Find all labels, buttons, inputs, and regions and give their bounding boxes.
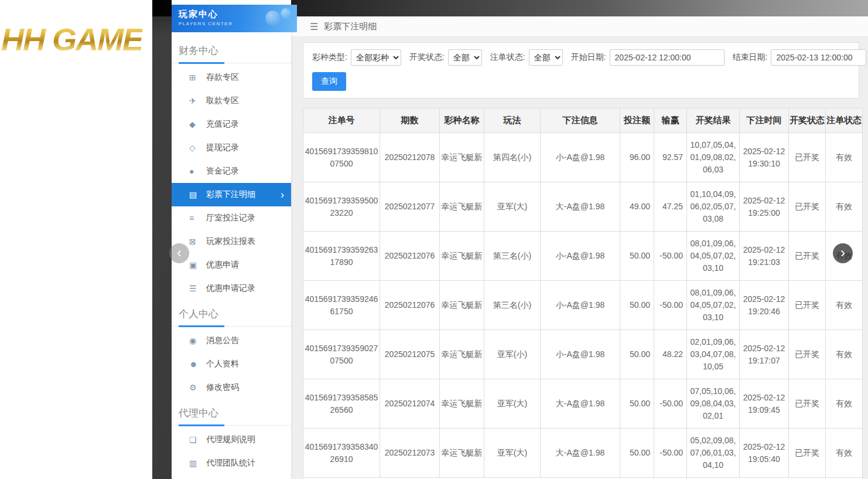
next-page-arrow[interactable]: ›: [833, 243, 853, 263]
table-cell: 大-A盘@1.98: [541, 429, 620, 478]
sidebar-item-label: 玩家投注报表: [206, 236, 255, 247]
filter-row: 彩种类型: 全部彩种 开奖状态: 全部 注单状态: 全部 开始日期: 结束日期:: [312, 49, 850, 66]
table-cell: 幸运飞艇新: [440, 429, 484, 478]
menu-toggle-icon[interactable]: ☰: [310, 21, 318, 32]
search-button[interactable]: 查询: [312, 72, 346, 91]
table-row: 40156917393583402691020250212073幸运飞艇新亚军(…: [303, 429, 863, 478]
table-cell: 幸运飞艇新: [440, 330, 484, 379]
sidebar-item[interactable]: ❏代理规则说明: [172, 428, 291, 451]
promo-apply-icon: ▣: [189, 260, 202, 270]
sidebar-item[interactable]: ✈取款专区: [172, 89, 291, 113]
table-cell: 小-A盘@1.98: [541, 133, 620, 182]
table-cell: 已开奖: [789, 330, 826, 379]
table-row: 40156917393592631789020250212076幸运飞艇新第三名…: [303, 232, 863, 281]
column-header: 开奖状态: [789, 108, 826, 133]
sidebar-item[interactable]: ⊠玩家投注报表: [172, 230, 291, 253]
profile-user-icon: ☻: [189, 359, 202, 369]
table-cell: 48.22: [654, 330, 687, 379]
sidebar-item-label: 厅室投注记录: [206, 213, 255, 223]
sidebar-item[interactable]: ▤彩票下注明细›: [172, 183, 291, 206]
sidebar-item[interactable]: ▣优惠申请: [172, 253, 291, 277]
column-header: 期数: [380, 108, 440, 133]
sidebar-item[interactable]: ☻个人资料: [172, 352, 291, 376]
table-cell: 01,10,04,09,06,02,05,07,03,08: [687, 182, 740, 232]
table-cell: 401569173935858526560: [303, 379, 380, 429]
draw-status-select[interactable]: 全部: [448, 49, 482, 66]
breadcrumb-bar: ☰ 彩票下注明细: [291, 16, 868, 37]
column-header: 下注时间: [740, 108, 789, 133]
table-cell: 401569173935950023220: [303, 182, 380, 232]
column-header: 下注信息: [541, 108, 620, 133]
bet-status-select[interactable]: 全部: [529, 49, 563, 66]
table-row: 40156917393585852656020250212074幸运飞艇新亚军(…: [303, 379, 863, 429]
table-cell: 2025-02-12 19:09:45: [740, 379, 789, 429]
sidebar-item-label: 存款专区: [206, 72, 239, 83]
lottery-type-select[interactable]: 全部彩种: [351, 49, 401, 66]
table-cell: 2025-02-12 19:05:40: [740, 429, 789, 478]
brand-logo: HH GAME: [1, 21, 142, 57]
table-cell: 49.00: [620, 182, 654, 232]
table-cell: 20250212078: [380, 133, 440, 182]
table-header-row: 注单号期数彩种名称玩法下注信息投注额输赢开奖结果下注时间开奖状态注单状态: [303, 108, 863, 133]
table-cell: 92.57: [654, 133, 687, 182]
sidebar-item-label: 代理规则说明: [206, 434, 255, 445]
sidebar-item[interactable]: ◇提现记录: [172, 136, 291, 159]
table-cell: 幸运飞艇新: [440, 232, 484, 281]
sidebar-item-label: 优惠申请记录: [206, 283, 255, 294]
table-cell: -50.00: [654, 429, 687, 478]
bets-table: 注单号期数彩种名称玩法下注信息投注额输赢开奖结果下注时间开奖状态注单状态 401…: [303, 108, 863, 479]
column-header: 投注额: [620, 108, 654, 133]
table-cell: 已开奖: [789, 133, 826, 182]
table-cell: 20250212077: [380, 182, 440, 232]
sidebar-item[interactable]: ⊞存款专区: [172, 66, 291, 89]
end-date-input[interactable]: [771, 49, 866, 66]
sidebar-item-label: 优惠申请: [206, 260, 239, 270]
sidebar-section-title: 代理中心: [172, 399, 291, 426]
hall-bet-record-icon: ≡: [189, 213, 202, 223]
sidebar-item[interactable]: ≡厅室投注记录: [172, 206, 291, 230]
table-row: 40156917393595002322020250212077幸运飞艇新亚军(…: [303, 182, 863, 232]
message-bell-icon: ◉: [189, 336, 202, 345]
table-cell: 05,02,09,08,07,06,01,03,04,10: [687, 429, 740, 478]
sidebar-item[interactable]: ◉消息公告: [172, 329, 291, 352]
sidebar-item-label: 修改密码: [206, 382, 239, 393]
agent-rules-doc-icon: ❏: [189, 435, 202, 444]
table-cell: 50.00: [620, 429, 654, 478]
table-cell: 401569173935981007500: [303, 133, 380, 182]
table-cell: 已开奖: [789, 429, 826, 478]
table-cell: 亚军(大): [484, 182, 541, 232]
start-date-label: 开始日期:: [571, 52, 606, 63]
table-cell: 大-A盘@1.98: [541, 379, 620, 429]
table-cell: 幸运飞艇新: [440, 133, 484, 182]
sidebar-nav: 财务中心⊞存款专区✈取款专区◆充值记录◇提现记录●资金记录▤彩票下注明细›≡厅室…: [172, 37, 291, 475]
table-cell: 08,01,09,06,04,05,07,02,03,10: [687, 232, 740, 281]
sidebar-item[interactable]: ◆充值记录: [172, 113, 291, 136]
table-cell: 47.25: [654, 182, 687, 232]
table-cell: 小-A盘@1.98: [541, 330, 620, 379]
table-row: 40156917393592466175020250212076幸运飞艇新第三名…: [303, 281, 863, 330]
table-cell: -50.00: [654, 232, 687, 281]
chevron-right-icon: ›: [281, 189, 284, 200]
sidebar-item[interactable]: ▥代理团队统计: [172, 451, 291, 475]
sidebar-item[interactable]: ☰优惠申请记录: [172, 277, 291, 300]
table-cell: 401569173935926317890: [303, 232, 380, 281]
sidebar-item-label: 消息公告: [206, 335, 239, 346]
lottery-type-label: 彩种类型:: [312, 52, 347, 63]
table-cell: 第三名(小): [484, 281, 541, 330]
start-date-input[interactable]: [610, 49, 725, 66]
table-cell: 2025-02-12 19:30:10: [740, 133, 789, 182]
table-cell: 50.00: [620, 232, 654, 281]
prev-page-arrow[interactable]: ‹: [169, 243, 189, 263]
table-row: 40156917393598100750020250212078幸运飞艇新第四名…: [303, 133, 863, 182]
sidebar-item[interactable]: ●资金记录: [172, 159, 291, 183]
sidebar-item[interactable]: ⚙修改密码: [172, 376, 291, 399]
sidebar-section-title: 财务中心: [172, 37, 291, 63]
table-cell: 有效: [826, 330, 863, 379]
table-cell: 小-A盘@1.98: [541, 281, 620, 330]
table-cell: 50.00: [620, 330, 654, 379]
filter-actions: 查询: [312, 72, 850, 91]
content-area: 玩家中心 PLAYERS CENTER 财务中心⊞存款专区✈取款专区◆充值记录◇…: [152, 0, 868, 479]
column-header: 注单号: [303, 108, 380, 133]
table-cell: 亚军(小): [484, 330, 541, 379]
table-cell: 08,01,09,06,04,05,07,02,03,10: [687, 281, 740, 330]
